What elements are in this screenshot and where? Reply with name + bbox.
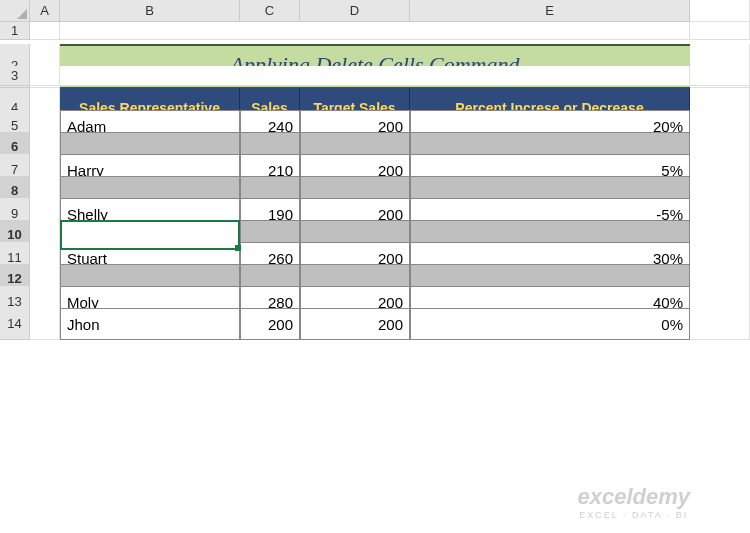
col-header-C[interactable]: C <box>240 0 300 22</box>
cell-F1[interactable] <box>690 22 750 40</box>
col-header-E[interactable]: E <box>410 0 690 22</box>
cell-sales[interactable]: 200 <box>240 308 300 340</box>
row-header-14[interactable]: 14 <box>0 308 30 340</box>
cell-F3[interactable] <box>690 66 750 86</box>
spreadsheet-grid[interactable]: A B C D E 1 2 Applying Delete Cells Comm… <box>0 0 750 330</box>
watermark-sub: EXCEL · DATA · BI <box>577 510 690 521</box>
cell-target[interactable]: 200 <box>300 308 410 340</box>
col-header-B[interactable]: B <box>60 0 240 22</box>
row-header-3[interactable]: 3 <box>0 66 30 86</box>
cell-rep[interactable]: Jhon <box>60 308 240 340</box>
select-all-corner[interactable] <box>0 0 30 22</box>
cell-BCDE1[interactable] <box>60 22 690 40</box>
col-header-A[interactable]: A <box>30 0 60 22</box>
watermark: exceldemy EXCEL · DATA · BI <box>577 484 690 521</box>
cell-A1[interactable] <box>30 22 60 40</box>
cell-A14[interactable] <box>30 308 60 340</box>
cell-percent[interactable]: 0% <box>410 308 690 340</box>
col-header-empty <box>690 0 750 22</box>
cell-A3[interactable] <box>30 66 60 86</box>
row-header-1[interactable]: 1 <box>0 22 30 40</box>
cell-BCDE3[interactable] <box>60 66 690 86</box>
cell-F14[interactable] <box>690 308 750 340</box>
watermark-title: exceldemy <box>577 484 690 510</box>
active-cell-B10[interactable] <box>60 220 240 250</box>
col-header-D[interactable]: D <box>300 0 410 22</box>
